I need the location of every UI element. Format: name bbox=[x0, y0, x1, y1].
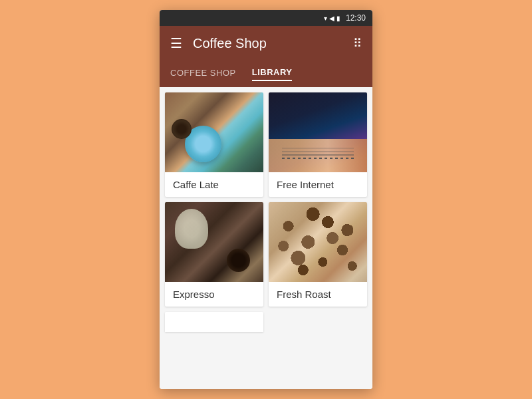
app-header: ☰ Coffee Shop ⠿ bbox=[160, 26, 372, 61]
wifi-icon: ▾ bbox=[324, 15, 327, 22]
card-expresso[interactable]: Expresso bbox=[165, 202, 263, 307]
card-label-caffe-late: Caffe Late bbox=[165, 172, 263, 197]
grid-icon[interactable]: ⠿ bbox=[353, 36, 362, 51]
hamburger-icon[interactable]: ☰ bbox=[170, 35, 182, 51]
card-label-expresso: Expresso bbox=[165, 282, 263, 307]
battery-icon: ▮ bbox=[336, 15, 340, 22]
card-image-expresso bbox=[165, 202, 263, 282]
partial-card-hint bbox=[165, 312, 263, 332]
phone-frame: ▾ ◀ ▮ 12:30 ☰ Coffee Shop ⠿ Coffee Shop … bbox=[160, 10, 372, 389]
card-fresh-roast[interactable]: Fresh Roast bbox=[269, 202, 367, 307]
status-icons: ▾ ◀ ▮ bbox=[324, 15, 340, 22]
card-image-free-internet bbox=[269, 92, 367, 172]
card-image-caffe-late bbox=[165, 92, 263, 172]
tab-coffee-shop[interactable]: Coffee Shop bbox=[170, 68, 236, 80]
card-grid: Caffe Late Free Internet Expresso Fresh … bbox=[165, 92, 367, 307]
status-bar: ▾ ◀ ▮ 12:30 bbox=[160, 10, 372, 26]
tab-bar: Coffee Shop Library bbox=[160, 61, 372, 87]
status-time: 12:30 bbox=[346, 13, 366, 23]
card-caffe-late[interactable]: Caffe Late bbox=[165, 92, 263, 197]
content-area: Caffe Late Free Internet Expresso Fresh … bbox=[160, 87, 372, 389]
card-label-fresh-roast: Fresh Roast bbox=[269, 282, 367, 307]
header-title: Coffee Shop bbox=[193, 36, 353, 51]
tab-library[interactable]: Library bbox=[252, 67, 293, 81]
signal-icon: ◀ bbox=[329, 15, 334, 22]
card-label-free-internet: Free Internet bbox=[269, 172, 367, 197]
card-free-internet[interactable]: Free Internet bbox=[269, 92, 367, 197]
card-image-fresh-roast bbox=[269, 202, 367, 282]
